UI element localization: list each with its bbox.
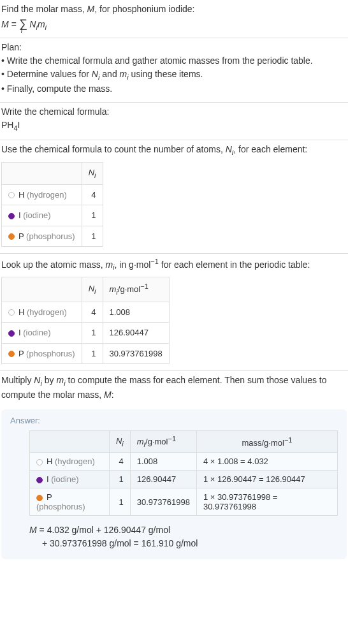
h-Ni: i xyxy=(94,287,96,295)
plan-b1: • Write the chemical formula and gather … xyxy=(1,54,347,68)
plan-b2b: using these items. xyxy=(129,69,203,79)
empty-header xyxy=(30,431,110,453)
empty-header xyxy=(2,277,82,302)
count-title-b: , for each element: xyxy=(233,144,307,154)
element-cell: P (phosphorus) xyxy=(30,488,110,516)
mass-title-m: m xyxy=(105,260,113,270)
element-name: (phosphorus) xyxy=(24,349,75,358)
header-Ni: Ni xyxy=(82,162,103,184)
n-cell: 1 xyxy=(82,226,103,247)
eq-idx: i xyxy=(21,27,22,34)
count-title: Use the chemical formula to count the nu… xyxy=(1,143,347,157)
element-cell: H (hydrogen) xyxy=(30,453,110,471)
final-eq: = 4.032 g/mol + 126.90447 g/mol xyxy=(37,525,170,535)
h-Ni: i xyxy=(94,171,96,179)
plan-b3: • Finally, compute the mass. xyxy=(1,82,347,96)
element-cell: I (iodine) xyxy=(30,471,110,488)
mult-colon: : xyxy=(112,390,114,400)
element-name: (hydrogen) xyxy=(24,307,66,317)
table-row: I (iodine)1 xyxy=(2,205,103,226)
element-cell: I (iodine) xyxy=(2,205,82,226)
empty-header xyxy=(2,162,82,184)
table-row: H (hydrogen)41.0084 × 1.008 = 4.032 xyxy=(30,453,338,471)
mult-N: N xyxy=(34,375,40,385)
table-header-row: Ni mi/g·mol−1 xyxy=(2,277,170,302)
table-row: I (iodine)1126.904471 × 126.90447 = 126.… xyxy=(30,471,338,488)
h-exp: −1 xyxy=(168,435,176,443)
n-cell: 1 xyxy=(82,323,103,344)
mass-table: Ni mi/g·mol−1 H (hydrogen)41.008I (iodin… xyxy=(1,277,170,364)
header-mi: mi/g·mol−1 xyxy=(130,431,196,453)
formula-I: I xyxy=(18,120,20,130)
plan-b2a: • Determine values for xyxy=(1,69,92,79)
count-section: Use the chemical formula to count the nu… xyxy=(0,140,348,253)
final-line2: + 30.973761998 g/mol = 161.910 g/mol xyxy=(29,537,198,550)
m-cell: 1.008 xyxy=(130,453,196,471)
element-cell: P (phosphorus) xyxy=(2,343,82,364)
element-swatch-icon xyxy=(36,495,43,501)
h-N: N xyxy=(89,284,94,293)
mult-M: M xyxy=(104,390,112,400)
element-swatch-icon xyxy=(8,192,15,198)
element-name: (iodine) xyxy=(49,474,79,484)
formula-title: Write the chemical formula: xyxy=(1,105,347,119)
multiply-section: Multiply Ni by mi to compute the mass fo… xyxy=(0,371,348,408)
table-row: P (phosphorus)130.973761998 xyxy=(2,343,170,364)
n-cell: 1 xyxy=(109,488,130,516)
answer-box: Answer: Ni mi/g·mol−1 mass/g·mol−1 H (hy… xyxy=(1,409,347,559)
header-Ni: Ni xyxy=(109,431,130,453)
calc-cell: 4 × 1.008 = 4.032 xyxy=(196,453,337,471)
h-unit: /g·mol xyxy=(145,437,168,447)
count-title-N: N xyxy=(226,144,232,154)
element-swatch-icon xyxy=(8,330,15,337)
h-exp: −1 xyxy=(140,282,149,290)
table-row: H (hydrogen)41.008 xyxy=(2,302,170,323)
h-mass: mass/g·mol xyxy=(242,438,284,448)
element-name: (phosphorus) xyxy=(24,231,75,241)
answer-label: Answer: xyxy=(10,416,338,425)
h-m: m xyxy=(110,285,117,295)
eq-mi: i xyxy=(45,24,47,31)
element-swatch-icon xyxy=(36,477,43,483)
element-cell: P (phosphorus) xyxy=(2,226,82,247)
element-name: (hydrogen) xyxy=(52,457,94,466)
table-header-row: Ni xyxy=(2,162,103,184)
final-result: M = 4.032 g/mol + 126.90447 g/mol + 30.9… xyxy=(29,523,338,550)
eq-M: M xyxy=(1,19,9,29)
h-m: m xyxy=(137,437,144,447)
element-symbol: H xyxy=(18,190,24,200)
element-cell: H (hydrogen) xyxy=(2,302,82,323)
intro-text: Find the molar mass, xyxy=(1,4,87,14)
h-massexp: −1 xyxy=(284,436,293,444)
element-swatch-icon xyxy=(8,351,15,357)
n-cell: 4 xyxy=(82,184,103,205)
count-table: Ni H (hydrogen)4I (iodine)1P (phosphorus… xyxy=(1,162,103,247)
element-name: (iodine) xyxy=(21,328,51,337)
table-header-row: Ni mi/g·mol−1 mass/g·mol−1 xyxy=(30,431,338,453)
mass-title-b: , in g·mol xyxy=(115,260,151,270)
element-cell: H (hydrogen) xyxy=(2,184,82,205)
calc-cell: 1 × 126.90447 = 126.90447 xyxy=(196,471,337,488)
m-cell: 126.90447 xyxy=(130,471,196,488)
element-swatch-icon xyxy=(8,213,15,219)
answer-inner: Ni mi/g·mol−1 mass/g·mol−1 H (hydrogen)4… xyxy=(10,430,338,550)
n-cell: 4 xyxy=(82,302,103,323)
h-Ni: i xyxy=(122,440,123,448)
element-cell: I (iodine) xyxy=(2,323,82,344)
plan-N: N xyxy=(92,69,98,79)
element-swatch-icon xyxy=(8,233,15,240)
sigma-icon: ∑ xyxy=(19,17,27,30)
eq-N: N xyxy=(27,19,36,29)
intro-text2: , for phosphonium iodide: xyxy=(94,4,194,14)
m-cell: 126.90447 xyxy=(103,323,169,344)
table-row: I (iodine)1126.90447 xyxy=(2,323,170,344)
answer-table: Ni mi/g·mol−1 mass/g·mol−1 H (hydrogen)4… xyxy=(29,430,338,516)
m-cell: 1.008 xyxy=(103,302,169,323)
n-cell: 1 xyxy=(82,205,103,226)
element-name: (phosphorus) xyxy=(36,502,85,511)
element-symbol: P xyxy=(47,492,52,502)
n-cell: 1 xyxy=(82,343,103,364)
header-mass: mass/g·mol−1 xyxy=(196,431,337,453)
mass-title-c: for each element in the periodic table: xyxy=(159,260,310,270)
h-N: N xyxy=(89,168,94,177)
